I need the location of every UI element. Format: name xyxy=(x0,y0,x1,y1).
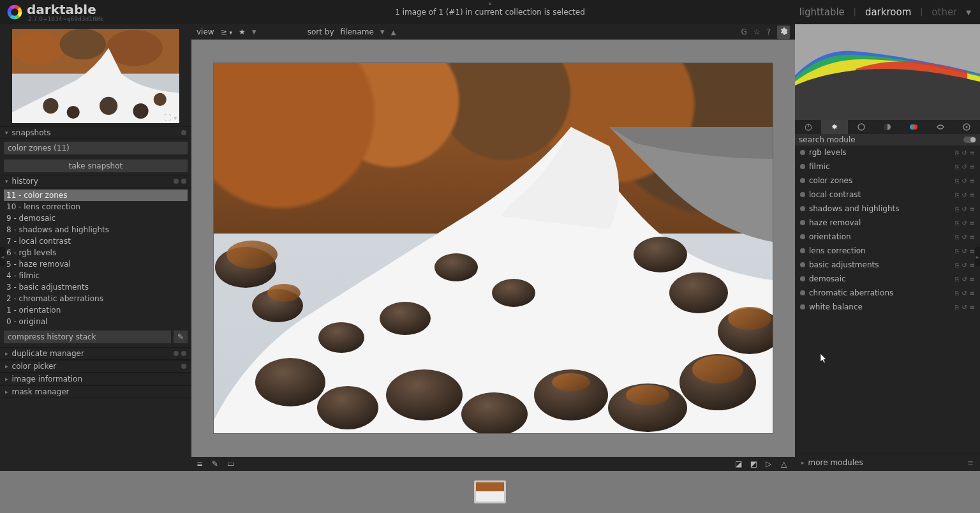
history-item[interactable]: 2 - chromatic aberrations xyxy=(4,293,188,304)
history-item[interactable]: 3 - basic adjustments xyxy=(4,281,188,293)
module-row[interactable]: lens correction⎘↺≡ xyxy=(795,244,980,258)
history-item[interactable]: 6 - rgb levels xyxy=(4,247,188,258)
multi-instance-icon[interactable]: ⎘ xyxy=(955,248,959,255)
take-snapshot-button[interactable]: take snapshot xyxy=(4,160,188,172)
module-enable-icon[interactable] xyxy=(800,164,805,169)
reset-icon[interactable]: ↺ xyxy=(961,262,967,269)
collapse-top-icon[interactable]: ▴ xyxy=(488,0,491,6)
module-enable-icon[interactable] xyxy=(800,220,805,225)
multi-instance-icon[interactable]: ⎘ xyxy=(955,177,959,184)
fullscreen-icon[interactable]: ⛶ xyxy=(164,114,171,122)
module-enable-icon[interactable] xyxy=(800,192,805,197)
reset-icon[interactable]: ↺ xyxy=(961,248,967,255)
reset-icon[interactable]: ↺ xyxy=(961,177,967,184)
section-actions[interactable] xyxy=(174,179,186,184)
chevron-down-icon[interactable]: ▾ xyxy=(174,115,177,121)
star-outline-icon[interactable]: ☆ xyxy=(754,27,761,36)
module-row[interactable]: shadows and highlights⎘↺≡ xyxy=(795,202,980,216)
history-item[interactable]: 4 - filmic xyxy=(4,270,188,281)
compress-history-button[interactable]: compress history stack xyxy=(4,331,171,343)
tab-power[interactable] xyxy=(795,120,821,134)
module-enable-icon[interactable] xyxy=(800,248,805,253)
second-window-icon[interactable]: ▭ xyxy=(227,459,236,468)
reset-icon[interactable] xyxy=(181,364,186,369)
sort-direction-icon[interactable]: ▲ xyxy=(391,29,396,36)
multi-instance-icon[interactable]: ⎘ xyxy=(955,205,959,212)
section-image-info[interactable]: ▸ image information xyxy=(0,373,191,385)
snapshot-name-input[interactable] xyxy=(4,142,188,154)
preset-icon[interactable]: ≡ xyxy=(970,205,975,212)
tab-correct[interactable] xyxy=(927,120,953,134)
collapse-right-icon[interactable]: ▸ xyxy=(975,247,980,266)
reset-icon[interactable]: ↺ xyxy=(961,276,967,283)
search-module-row[interactable]: search module xyxy=(795,134,980,145)
multi-instance-icon[interactable]: ⎘ xyxy=(955,149,959,156)
history-item[interactable]: 1 - orientation xyxy=(4,304,188,316)
preset-icon[interactable]: ≡ xyxy=(970,149,975,156)
tab-active[interactable]: ✸ xyxy=(821,120,847,134)
settings-icon[interactable] xyxy=(777,26,790,39)
module-enable-icon[interactable] xyxy=(800,290,805,295)
quick-access-icon[interactable]: ≡ xyxy=(197,459,205,468)
star-icon[interactable]: ★ xyxy=(239,27,246,36)
reset-icon[interactable]: ↺ xyxy=(961,205,967,212)
filmstrip[interactable] xyxy=(0,471,980,513)
multi-instance-icon[interactable]: ⎘ xyxy=(955,234,959,241)
module-enable-icon[interactable] xyxy=(800,262,805,267)
history-item[interactable]: 9 - demosaic xyxy=(4,212,188,224)
view-other[interactable]: other xyxy=(932,6,957,18)
preset-icon[interactable]: ≡ xyxy=(970,163,975,170)
view-darkroom[interactable]: darkroom xyxy=(865,6,911,18)
collapse-left-icon[interactable]: ◂ xyxy=(0,247,5,266)
style-create-icon[interactable]: ✎ xyxy=(174,331,188,343)
search-toggle-icon[interactable] xyxy=(963,137,976,143)
reset-icon[interactable]: ↺ xyxy=(961,149,967,156)
section-color-picker[interactable]: ▸ color picker xyxy=(0,360,191,373)
reset-icon[interactable]: ↺ xyxy=(961,219,967,227)
help-icon[interactable]: ? xyxy=(767,27,771,36)
module-row[interactable]: rgb levels⎘↺≡ xyxy=(795,145,980,160)
preset-icon[interactable]: ≡ xyxy=(970,219,975,227)
preset-icon[interactable]: ≡ xyxy=(970,234,975,241)
multi-instance-icon[interactable]: ⎘ xyxy=(955,262,959,269)
chevron-down-icon[interactable]: ▼ xyxy=(966,9,971,16)
module-row[interactable]: demosaic⎘↺≡ xyxy=(795,272,980,286)
module-row[interactable]: filmic⎘↺≡ xyxy=(795,160,980,174)
styles-icon[interactable]: ✎ xyxy=(212,459,221,468)
history-item[interactable]: 0 - original xyxy=(4,316,188,327)
tab-color[interactable] xyxy=(901,120,927,134)
module-row[interactable]: white balance⎘↺≡ xyxy=(795,300,980,314)
module-row[interactable]: chromatic aberrations⎘↺≡ xyxy=(795,286,980,300)
sort-value[interactable]: filename xyxy=(341,27,374,36)
reset-icon[interactable]: ↺ xyxy=(961,191,967,198)
softproof-icon[interactable]: ▷ xyxy=(766,459,775,468)
module-row[interactable]: haze removal⎘↺≡ xyxy=(795,216,980,230)
section-mask-manager[interactable]: ▸ mask manager xyxy=(0,385,191,398)
nav-preview[interactable]: ⛶ ▾ xyxy=(11,28,180,124)
tab-effect[interactable] xyxy=(954,120,980,134)
histogram[interactable] xyxy=(795,24,980,120)
multi-instance-icon[interactable]: ⎘ xyxy=(955,163,959,170)
module-row[interactable]: local contrast⎘↺≡ xyxy=(795,188,980,202)
module-row[interactable]: orientation⎘↺≡ xyxy=(795,230,980,244)
preset-icon[interactable]: ≡ xyxy=(970,304,975,311)
preset-icon[interactable]: ≡ xyxy=(970,248,975,255)
view-lighttable[interactable]: lighttable xyxy=(799,6,845,18)
preset-icon[interactable]: ≡ xyxy=(970,290,975,297)
chevron-down-icon[interactable]: ▼ xyxy=(380,29,385,35)
multi-instance-icon[interactable]: ⎘ xyxy=(955,219,959,227)
preset-icon[interactable]: ≡ xyxy=(970,276,975,283)
section-duplicate[interactable]: ▸ duplicate manager xyxy=(0,347,191,360)
history-item[interactable]: 10 - lens correction xyxy=(4,201,188,212)
image-canvas[interactable] xyxy=(191,40,795,457)
section-history[interactable]: ▾ history xyxy=(0,175,191,188)
preset-icon[interactable]: ≡ xyxy=(970,262,975,269)
multi-instance-icon[interactable]: ⎘ xyxy=(955,304,959,311)
menu-icon[interactable]: ≡ xyxy=(967,458,974,467)
module-row[interactable]: color zones⎘↺≡ xyxy=(795,174,980,188)
preset-icon[interactable]: ≡ xyxy=(970,191,975,198)
tab-basic[interactable] xyxy=(848,120,874,134)
module-enable-icon[interactable] xyxy=(800,150,805,155)
module-enable-icon[interactable] xyxy=(800,206,805,211)
module-enable-icon[interactable] xyxy=(800,234,805,239)
